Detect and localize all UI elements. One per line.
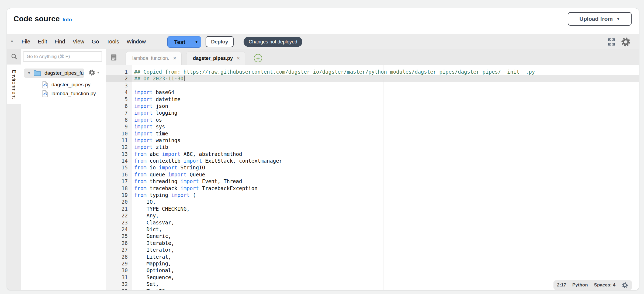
menubar-nav: FileEditFindViewGoToolsWindow bbox=[18, 34, 150, 49]
status-cursor-position[interactable]: 2:17 bbox=[557, 282, 566, 288]
code-line[interactable]: Optional, bbox=[134, 267, 639, 274]
code-line[interactable]: import os bbox=[134, 117, 639, 123]
test-options-caret-button[interactable]: ▼ bbox=[192, 36, 201, 47]
editor-statusbar: 2:17 Python Spaces: 4 bbox=[553, 280, 632, 290]
tab-label: lambda_function. bbox=[132, 56, 169, 61]
code-line[interactable]: from traceback import TracebackException bbox=[134, 185, 639, 192]
code-line[interactable]: ## Copied from: https://raw.githubuserco… bbox=[134, 69, 639, 75]
menu-item-file[interactable]: File bbox=[18, 39, 34, 45]
close-tab-icon[interactable]: × bbox=[173, 55, 176, 61]
deploy-button[interactable]: Deploy bbox=[206, 36, 234, 47]
menu-item-window[interactable]: Window bbox=[123, 39, 150, 45]
line-number: 15 bbox=[106, 164, 132, 171]
collapse-panel-icon[interactable]: ▲ bbox=[10, 39, 14, 43]
close-tab-icon[interactable]: × bbox=[237, 55, 240, 61]
menu-item-go[interactable]: Go bbox=[88, 39, 103, 45]
code-line[interactable]: ClassVar, bbox=[134, 219, 639, 226]
chevron-down-icon: ▼ bbox=[97, 71, 100, 74]
code-source-panel: Code source Info Upload from ▼ ▲ FileEdi… bbox=[7, 8, 639, 290]
line-number: 3 bbox=[106, 82, 132, 89]
code-line[interactable]: import base64 bbox=[134, 89, 639, 96]
code-line[interactable]: Dict, bbox=[134, 226, 639, 233]
test-button[interactable]: Test bbox=[168, 36, 192, 47]
code-line[interactable]: from typing import ( bbox=[134, 192, 639, 199]
tree-file-lambda_function.py[interactable]: lambda_function.py bbox=[42, 89, 96, 98]
editor-tabbar: lambda_function.×dagster_pipes.py× + bbox=[106, 49, 639, 65]
line-number: 27 bbox=[106, 247, 132, 253]
chevron-down-icon: ▼ bbox=[195, 40, 198, 44]
tab-lambda_function.[interactable]: lambda_function.× bbox=[126, 51, 182, 65]
code-line[interactable]: from queue import Queue bbox=[134, 171, 639, 178]
goto-anything-input[interactable] bbox=[23, 51, 102, 62]
fullscreen-expand-icon[interactable] bbox=[607, 38, 616, 46]
code-line[interactable]: import time bbox=[134, 130, 639, 137]
menu-item-view[interactable]: View bbox=[69, 39, 88, 45]
editor-gutter: 1234567891011121314151617181920212223242… bbox=[106, 65, 132, 290]
line-number: 25 bbox=[106, 233, 132, 240]
upload-from-label: Upload from bbox=[579, 16, 613, 22]
menu-item-tools[interactable]: Tools bbox=[103, 39, 123, 45]
code-lines[interactable]: ## Copied from: https://raw.githubuserco… bbox=[132, 65, 639, 290]
line-number: 33 bbox=[106, 288, 132, 290]
line-number: 16 bbox=[106, 171, 132, 178]
code-line[interactable]: Mapping, bbox=[134, 260, 639, 267]
tab-environment[interactable]: Environment bbox=[7, 64, 21, 104]
line-number: 21 bbox=[106, 206, 132, 212]
tree-file-dagster_pipes.py[interactable]: dagster_pipes.py bbox=[42, 80, 91, 89]
line-number: 30 bbox=[106, 267, 132, 274]
code-line[interactable]: TYPE_CHECKING, bbox=[134, 206, 639, 212]
status-indentation[interactable]: Spaces: 4 bbox=[594, 282, 615, 288]
line-number: 2 bbox=[106, 75, 132, 82]
tree-folder-row[interactable]: ▼ dagster_pipes_funct bbox=[24, 69, 84, 78]
menu-item-find[interactable]: Find bbox=[51, 39, 69, 45]
folder-icon bbox=[33, 70, 41, 76]
code-line[interactable]: from io import StringIO bbox=[134, 164, 639, 171]
code-line[interactable]: Iterator, bbox=[134, 247, 639, 253]
tab-list-icon[interactable] bbox=[110, 53, 118, 61]
line-number: 18 bbox=[106, 185, 132, 192]
editor-menubar: ▲ FileEditFindViewGoToolsWindow Test ▼ D… bbox=[7, 34, 639, 49]
line-number: 22 bbox=[106, 212, 132, 219]
code-line[interactable]: import warnings bbox=[134, 137, 639, 144]
line-number: 28 bbox=[106, 254, 132, 260]
code-file-icon bbox=[42, 90, 48, 97]
menu-item-edit[interactable]: Edit bbox=[34, 39, 51, 45]
code-line[interactable]: from threading import Event, Thread bbox=[134, 178, 639, 185]
editor-pane: lambda_function.×dagster_pipes.py× + 123… bbox=[106, 49, 639, 290]
code-line[interactable]: import logging bbox=[134, 110, 639, 116]
code-line[interactable]: import zlib bbox=[134, 144, 639, 151]
status-language-mode[interactable]: Python bbox=[572, 282, 588, 288]
line-number: 12 bbox=[106, 144, 132, 151]
code-line[interactable]: Any, bbox=[134, 212, 639, 219]
tab-label: dagster_pipes.py bbox=[193, 56, 233, 61]
code-line[interactable] bbox=[134, 82, 639, 89]
line-number: 1 bbox=[106, 69, 132, 75]
tree-settings-gear-icon[interactable]: ▼ bbox=[88, 69, 100, 76]
file-tree: ▼ dagster_pipes_funct ▼ dagster_pipes.py… bbox=[21, 64, 106, 290]
line-number: 20 bbox=[106, 199, 132, 205]
code-line[interactable]: ## On 2023-11-30 bbox=[134, 75, 639, 82]
code-line[interactable]: from abc import ABC, abstractmethod bbox=[134, 151, 639, 158]
tree-folder-label: dagster_pipes_funct bbox=[44, 70, 84, 76]
code-line[interactable]: import datetime bbox=[134, 96, 639, 103]
tab-dagster_pipes.py[interactable]: dagster_pipes.py× bbox=[186, 51, 245, 65]
tab-strip: lambda_function.×dagster_pipes.py× bbox=[126, 51, 245, 65]
code-editor[interactable]: 1234567891011121314151617181920212223242… bbox=[106, 65, 639, 290]
code-line[interactable]: Literal, bbox=[134, 254, 639, 260]
line-number: 32 bbox=[106, 281, 132, 288]
folder-disclosure-icon[interactable]: ▼ bbox=[27, 71, 31, 75]
code-line[interactable]: import sys bbox=[134, 123, 639, 130]
new-tab-button[interactable]: + bbox=[254, 54, 262, 62]
code-line[interactable]: from contextlib import ExitStack, contex… bbox=[134, 158, 639, 164]
settings-gear-icon[interactable] bbox=[621, 37, 631, 47]
line-number: 26 bbox=[106, 240, 132, 247]
status-settings-gear-icon[interactable] bbox=[622, 282, 628, 289]
code-line[interactable]: IO, bbox=[134, 199, 639, 205]
code-line[interactable]: Sequence, bbox=[134, 274, 639, 281]
upload-from-button[interactable]: Upload from ▼ bbox=[568, 12, 632, 26]
code-line[interactable]: Iterable, bbox=[134, 240, 639, 247]
info-link[interactable]: Info bbox=[63, 17, 72, 23]
code-line[interactable]: Generic, bbox=[134, 233, 639, 240]
page-title: Code source bbox=[13, 15, 60, 23]
code-line[interactable]: import json bbox=[134, 103, 639, 110]
